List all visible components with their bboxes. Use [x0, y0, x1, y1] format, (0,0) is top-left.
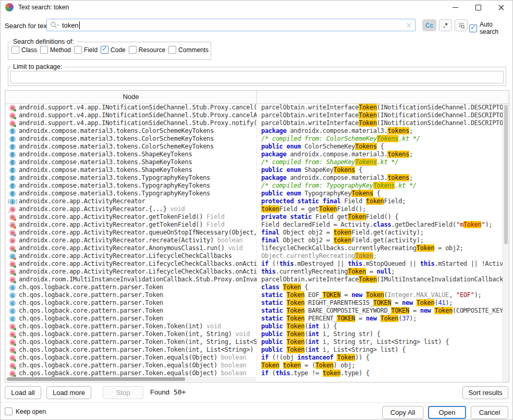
auto-search-checkbox[interactable]: Auto search	[469, 21, 512, 35]
code-column-header[interactable]	[256, 91, 509, 103]
node-name: androidx.core.app.ActivityRecreator.Life…	[19, 268, 256, 276]
minimize-button[interactable]	[444, 1, 467, 14]
maximize-button[interactable]	[467, 1, 490, 14]
result-row[interactable]: candroidx.core.app.ActivityRecreator.Lif…	[5, 252, 503, 260]
code-preview-cell: if (this.type != token.type) {	[256, 369, 503, 377]
method-public-icon: m	[9, 370, 16, 377]
checkbox-class-box[interactable]	[11, 46, 19, 54]
vertical-scrollbar-thumb[interactable]	[504, 105, 508, 244]
horizontal-scrollbar-thumb[interactable]	[7, 377, 185, 381]
result-row[interactable]: mch.qos.logback.core.pattern.parser.Toke…	[5, 330, 503, 338]
result-row[interactable]: Eandroidx.compose.material3.tokens.Shape…	[5, 158, 503, 166]
result-row[interactable]: mch.qos.logback.core.pattern.parser.Toke…	[5, 338, 503, 346]
maximize-icon	[475, 5, 481, 10]
node-name: ch.qos.logback.core.pattern.parser.Token	[19, 283, 163, 291]
result-row[interactable]: cch.qos.logback.core.pattern.parser.Toke…	[5, 291, 503, 299]
checkbox-field-box[interactable]	[74, 46, 82, 54]
checkbox-resource-box[interactable]	[129, 46, 137, 54]
class-icon: c	[9, 300, 16, 306]
result-row[interactable]: Eandroidx.compose.material3.tokens.Color…	[5, 127, 503, 135]
search-in-active-tab-button[interactable]	[455, 19, 468, 31]
node-name: androidx.compose.material3.tokens.ShapeK…	[19, 151, 192, 158]
result-row[interactable]: mch.qos.logback.core.pattern.parser.Toke…	[5, 369, 503, 377]
text-search-dialog: Text search: token Search for text: toke…	[0, 0, 513, 420]
code-preview-cell: public Token(int i, String str, List<Str…	[256, 338, 503, 346]
result-row[interactable]: mch.qos.logback.core.pattern.parser.Toke…	[5, 362, 503, 369]
node-column-header[interactable]: Node	[5, 91, 256, 103]
result-row[interactable]: Eandroidx.compose.material3.tokens.Typog…	[5, 182, 503, 190]
checkbox-method[interactable]: Method	[40, 46, 71, 54]
method-private-icon: m	[9, 222, 16, 228]
package-group: Limit to package:	[8, 63, 506, 86]
node-cell: Eandroidx.compose.material3.tokens.Color…	[5, 135, 256, 143]
result-row[interactable]: mch.qos.logback.core.pattern.parser.Toke…	[5, 354, 503, 362]
cancel-button[interactable]: Cancel	[471, 406, 508, 419]
regex-button[interactable]: .*	[439, 19, 452, 31]
result-row[interactable]: mch.qos.logback.core.pattern.parser.Toke…	[5, 323, 503, 330]
load-all-button[interactable]: Load all	[5, 386, 41, 399]
result-row[interactable]: Eandroidx.compose.material3.tokens.Color…	[5, 135, 503, 143]
code-preview-cell: protected static final Field tokenField;	[256, 197, 503, 205]
keep-open-checkbox-box[interactable]	[5, 407, 13, 415]
keep-open-checkbox[interactable]: Keep open	[5, 407, 46, 415]
search-icon[interactable]	[50, 21, 59, 29]
result-row[interactable]: mandroidx.core.app.ActivityRecreator.que…	[5, 229, 503, 237]
enum-icon: E	[9, 167, 16, 174]
result-row[interactable]: mandroidx.core.app.ActivityRecreator.Ano…	[5, 244, 503, 252]
checkbox-code[interactable]: Code	[101, 46, 126, 54]
search-input[interactable]: token	[46, 19, 416, 31]
checkbox-comments[interactable]: Comments	[168, 46, 209, 54]
checkbox-resource[interactable]: Resource	[129, 46, 165, 54]
horizontal-scrollbar[interactable]	[6, 377, 256, 381]
code-preview-cell: package androidx.compose.material3.token…	[256, 174, 503, 182]
found-status: Found 50+	[150, 388, 186, 396]
result-row[interactable]: m★androidx.core.app.ActivityRecreator.{.…	[5, 205, 503, 213]
code-preview-cell: class Token {	[256, 283, 503, 291]
checkbox-comments-box[interactable]	[168, 46, 176, 54]
result-row[interactable]: mandroidx.core.app.ActivityRecreator.Lif…	[5, 260, 503, 268]
footer-divider	[1, 402, 512, 403]
sort-results-button[interactable]: Sort results	[462, 386, 508, 399]
result-row[interactable]: cch.qos.logback.core.pattern.parser.Toke…	[5, 299, 503, 307]
copy-all-button[interactable]: Copy All	[382, 406, 423, 419]
result-row[interactable]: Eandroidx.compose.material3.tokens.Typog…	[5, 174, 503, 182]
open-button[interactable]: Open	[428, 406, 466, 419]
result-row[interactable]: mandroid.support.v4.app.INotificationSid…	[5, 104, 503, 112]
match-case-button[interactable]: Cc	[422, 19, 436, 31]
result-row[interactable]: candroidx.core.app.ActivityRecreatorprot…	[5, 197, 503, 205]
vertical-scrollbar[interactable]	[503, 104, 509, 382]
close-button[interactable]	[490, 1, 512, 14]
result-row[interactable]: Eandroidx.compose.material3.tokens.Shape…	[5, 166, 503, 174]
node-cell: mandroid.support.v4.app.INotificationSid…	[5, 119, 256, 127]
checkbox-label: Field	[84, 46, 97, 54]
result-row[interactable]: mandroidx.room.IMultiInstanceInvalidatio…	[5, 276, 503, 283]
checkbox-code-box[interactable]	[101, 46, 108, 54]
result-row[interactable]: mandroid.support.v4.app.INotificationSid…	[5, 112, 503, 119]
results-toolbar: Load all Load more Stop Found 50+ Sort r…	[5, 386, 508, 400]
result-row[interactable]: mandroidx.core.app.ActivityRecreator.get…	[5, 221, 503, 229]
result-row[interactable]: mandroidx.core.app.ActivityRecreator.Lif…	[5, 268, 503, 276]
result-row[interactable]: mandroid.support.v4.app.INotificationSid…	[5, 119, 503, 127]
node-cell: mch.qos.logback.core.pattern.parser.Toke…	[5, 330, 256, 338]
checkbox-class[interactable]: Class	[11, 46, 37, 54]
checkbox-field[interactable]: Field	[74, 46, 97, 54]
result-row[interactable]: mch.qos.logback.core.pattern.parser.Toke…	[5, 346, 503, 354]
result-row[interactable]: Eandroidx.compose.material3.tokens.Typog…	[5, 190, 503, 197]
results-table: Node mandroid.support.v4.app.INotificati…	[5, 90, 509, 382]
result-row[interactable]: Eandroidx.compose.material3.tokens.Shape…	[5, 151, 503, 158]
checkbox-label: Resource	[139, 46, 165, 54]
node-cell: candroidx.core.app.ActivityRecreator	[5, 197, 256, 205]
auto-search-checkbox-box[interactable]	[469, 24, 477, 32]
result-row[interactable]: cch.qos.logback.core.pattern.parser.Toke…	[5, 307, 503, 315]
result-row[interactable]: mandroidx.core.app.ActivityRecreator.rec…	[5, 237, 503, 244]
result-row[interactable]: cch.qos.logback.core.pattern.parser.Toke…	[5, 283, 503, 291]
result-row[interactable]: mandroidx.core.app.ActivityRecreator.get…	[5, 213, 503, 221]
package-input[interactable]	[10, 71, 504, 83]
result-row[interactable]: Eandroidx.compose.material3.tokens.Color…	[5, 143, 503, 151]
class-icon: c	[9, 308, 16, 314]
checkbox-method-box[interactable]	[40, 46, 48, 54]
clear-search-icon[interactable]	[406, 22, 412, 28]
load-more-button[interactable]: Load more	[46, 386, 91, 399]
node-cell: Eandroidx.compose.material3.tokens.Typog…	[5, 182, 256, 190]
result-row[interactable]: cch.qos.logback.core.pattern.parser.Toke…	[5, 315, 503, 323]
